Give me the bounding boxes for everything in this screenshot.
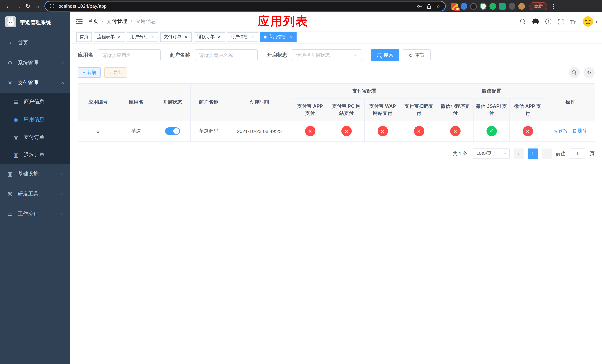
tab-merchant-info[interactable]: 商户信息 × bbox=[227, 32, 258, 42]
tab-label: 支付订单 bbox=[164, 34, 182, 40]
search-button[interactable]: 搜索 bbox=[371, 49, 399, 61]
sidebar-item-label: 系统管理 bbox=[18, 60, 39, 66]
sidebar-item-devtools[interactable]: ⚒ 研发工具 bbox=[0, 184, 70, 204]
tab-label: 首页 bbox=[80, 34, 88, 40]
col-status: 开启状态 bbox=[154, 84, 191, 121]
status-select[interactable]: 请选择开启状态 bbox=[292, 49, 362, 61]
prev-page-button[interactable]: ‹ bbox=[514, 148, 524, 159]
current-page[interactable]: 1 bbox=[527, 148, 538, 159]
sidebar-item-pay-order[interactable]: ◉ 支付订单 bbox=[0, 128, 70, 146]
status-label: 开启状态 bbox=[267, 52, 287, 58]
tab-user-group[interactable]: 用户分组 × bbox=[127, 32, 159, 42]
extension-icon-3[interactable] bbox=[470, 3, 477, 10]
extension-icon-5[interactable] bbox=[489, 3, 496, 10]
page-content: 应用名 商户名称 开启状态 请选择开启状态 bbox=[70, 43, 602, 364]
col-alipay-wap: 支付宝 WAP 网站支付 bbox=[365, 98, 401, 121]
font-size-icon[interactable]: TT bbox=[570, 19, 576, 24]
close-icon[interactable]: × bbox=[250, 34, 255, 39]
browser-update-button[interactable]: 更新 bbox=[529, 2, 547, 10]
table-toolbar: + 新增 ↓ 导出 ↻ bbox=[78, 67, 595, 78]
sidebar-collapse-icon[interactable] bbox=[70, 12, 88, 31]
refresh-table-button[interactable]: ↻ bbox=[583, 67, 595, 78]
export-button[interactable]: ↓ 导出 bbox=[104, 67, 127, 78]
bookmark-star-icon[interactable]: ☆ bbox=[436, 3, 441, 9]
next-page-button[interactable]: › bbox=[542, 148, 552, 159]
edit-link[interactable]: ✎ 修改 bbox=[554, 128, 568, 135]
forward-icon[interactable]: → bbox=[13, 1, 23, 11]
cell-alipay-pc: × bbox=[328, 121, 365, 141]
extension-icon-4[interactable] bbox=[480, 3, 486, 10]
address-bar[interactable]: ⓘ localhost:1024/pay/app ☆ bbox=[45, 1, 445, 11]
sidebar-item-workflow[interactable]: ⚏ 工作流程 bbox=[0, 204, 70, 224]
url-text[interactable]: localhost:1024/pay/app bbox=[57, 3, 107, 9]
merchant-name-input[interactable] bbox=[195, 49, 258, 61]
header-actions: ? TT ▾ bbox=[520, 16, 602, 27]
page-size-select[interactable]: 10条/页 bbox=[473, 148, 510, 159]
close-icon[interactable]: × bbox=[216, 34, 222, 39]
logo[interactable]: 芋道管理系统 bbox=[0, 12, 70, 33]
home-icon[interactable]: ⌂ bbox=[32, 1, 42, 11]
sidebar-item-refund-order[interactable]: ▥ 退款订单 bbox=[0, 146, 70, 164]
app-name-input[interactable] bbox=[98, 49, 161, 61]
user-avatar[interactable]: ▾ bbox=[582, 16, 598, 27]
extension-icon-2[interactable] bbox=[461, 3, 467, 10]
breadcrumb-payment[interactable]: 支付管理 bbox=[107, 18, 127, 25]
search-icon[interactable] bbox=[520, 19, 526, 24]
sidebar-item-label: 基础设施 bbox=[18, 171, 39, 177]
reload-icon[interactable]: ↻ bbox=[23, 1, 32, 11]
close-icon[interactable]: × bbox=[150, 34, 155, 39]
toggle-search-button[interactable] bbox=[569, 67, 580, 78]
cell-wx-jsapi: ✓ bbox=[473, 121, 510, 141]
sidebar-item-payment[interactable]: ¥ 支付管理 bbox=[0, 73, 70, 93]
sidebar-item-merchant-info[interactable]: ▤ 商户信息 bbox=[0, 93, 70, 111]
back-icon[interactable]: ← bbox=[4, 1, 13, 11]
extension-badge: 10 bbox=[454, 7, 460, 11]
github-icon[interactable] bbox=[532, 18, 539, 25]
add-button[interactable]: + 新增 bbox=[78, 67, 101, 78]
sidebar-item-label: 工作流程 bbox=[18, 211, 39, 217]
reset-button[interactable]: ↻ 重置 bbox=[403, 49, 430, 61]
close-icon[interactable]: × bbox=[117, 34, 122, 39]
disabled-cross-icon: × bbox=[341, 126, 352, 136]
sidebar-item-label: 首页 bbox=[18, 40, 28, 46]
delete-link[interactable]: 删除 bbox=[572, 128, 587, 134]
sidebar-item-infrastructure[interactable]: ▣ 基础设施 bbox=[0, 164, 70, 184]
tab-label: 应用信息 bbox=[269, 34, 286, 40]
browser-menu-icon[interactable]: ⋮ bbox=[550, 3, 557, 10]
extension-icon-6[interactable] bbox=[499, 3, 506, 10]
sidebar-item-app-info[interactable]: ▦ 应用信息 bbox=[0, 111, 70, 128]
search-icon bbox=[377, 53, 381, 57]
tab-pay-order[interactable]: 支付订单 × bbox=[160, 32, 192, 42]
close-icon[interactable]: × bbox=[288, 34, 293, 39]
tab-app-info[interactable]: 应用信息 × bbox=[260, 32, 297, 42]
tab-refund-order[interactable]: 退款订单 × bbox=[194, 32, 225, 42]
breadcrumb-home[interactable]: 首页 bbox=[88, 18, 98, 25]
col-alipay-app: 支付宝 APP 支付 bbox=[292, 98, 328, 121]
sidebar-item-label: 支付管理 bbox=[18, 80, 39, 86]
status-toggle[interactable] bbox=[165, 127, 180, 135]
refresh-icon: ↻ bbox=[409, 53, 413, 58]
sidebar-item-label: 退款订单 bbox=[24, 152, 44, 159]
fullscreen-icon[interactable] bbox=[558, 19, 563, 24]
disabled-cross-icon: × bbox=[450, 126, 460, 136]
sidebar-item-home[interactable]: ◔ 首页 bbox=[0, 33, 70, 53]
col-wx-jsapi: 微信 JSAPI 支付 bbox=[473, 98, 510, 121]
tab-home[interactable]: 首页 bbox=[76, 32, 92, 42]
goto-page-input[interactable] bbox=[570, 148, 585, 159]
help-icon[interactable]: ? bbox=[545, 19, 551, 24]
dashboard-icon: ◔ bbox=[7, 40, 13, 46]
password-key-icon[interactable] bbox=[417, 3, 422, 9]
extension-icon-1[interactable]: 10 bbox=[451, 3, 458, 10]
share-icon[interactable] bbox=[427, 3, 431, 9]
yen-icon: ¥ bbox=[7, 80, 13, 86]
extension-icon-7[interactable] bbox=[509, 3, 515, 10]
extension-icon-8[interactable] bbox=[518, 3, 525, 10]
sidebar-item-label: 支付订单 bbox=[24, 134, 44, 141]
close-icon[interactable]: × bbox=[183, 34, 188, 39]
col-actions: 操作 bbox=[546, 84, 595, 121]
data-table: 应用编号 应用名 开启状态 商户名称 创建时间 支付宝配置 微信配置 操作 支付… bbox=[78, 83, 595, 142]
app-name-label: 应用名 bbox=[78, 52, 93, 58]
sidebar-item-system[interactable]: ⚙ 系统管理 bbox=[0, 53, 70, 73]
site-info-icon[interactable]: ⓘ bbox=[50, 3, 54, 10]
tab-process-form[interactable]: 流程表单 × bbox=[94, 32, 125, 42]
